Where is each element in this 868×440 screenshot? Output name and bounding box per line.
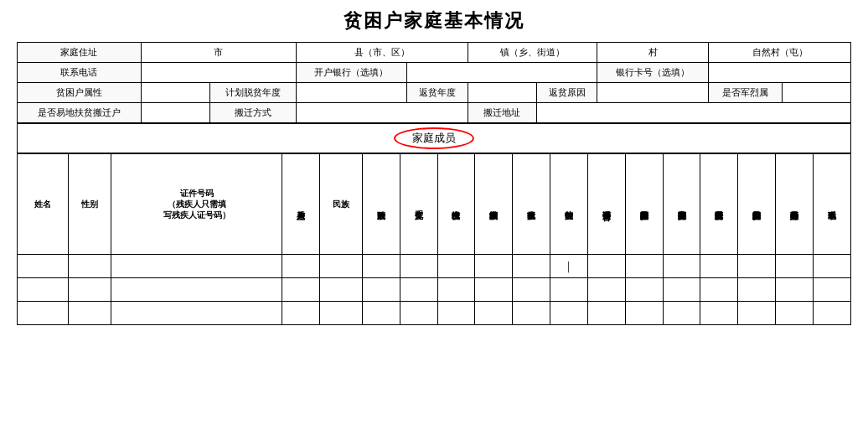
cell-politics: [362, 302, 400, 325]
address-county: 县（市、区）: [296, 43, 468, 63]
bank-label: 开户银行（选填）: [296, 63, 407, 83]
col-labor: 劳动技能: [550, 154, 588, 255]
address-natural-village: 自然村（屯）: [709, 43, 851, 63]
return-reason-value: [597, 83, 709, 103]
cell-health: [513, 255, 550, 278]
col-id: 证件号码（残疾人只需填写残疾人证号码）: [111, 154, 282, 255]
cell-relation: [282, 302, 320, 325]
cell-urban_pension: [738, 255, 776, 278]
cell-accident: [776, 302, 814, 325]
cell-dropout: [475, 278, 513, 302]
cell-school: [437, 278, 475, 302]
cell-urban_med: [625, 255, 663, 278]
cell-subsistence: [700, 255, 738, 278]
col-gender: 性别: [69, 154, 111, 255]
cell-id_number: [111, 278, 282, 302]
cell-education: [400, 302, 437, 325]
cell-name: [18, 278, 69, 302]
cell-urban_med: [625, 278, 663, 302]
return-year-label: 返贫年度: [407, 83, 468, 103]
return-year-value: [468, 83, 536, 103]
cell-id_number: [111, 302, 282, 325]
cell-gender: [69, 302, 111, 325]
col-commercial-med: 是否参加商业补充医疗保险: [663, 154, 700, 255]
cell-education: [400, 255, 437, 278]
cell-relation: [282, 278, 320, 302]
relocation-method-value: [296, 103, 468, 123]
contact-row: 联系电话 开户银行（选填） 银行卡号（选填）: [18, 63, 851, 83]
cell-phone: [813, 255, 850, 278]
cell-school: [437, 255, 475, 278]
plan-year-label: 计划脱贫年度: [209, 83, 296, 103]
relocation-value: [141, 103, 209, 123]
cell-phone: [813, 278, 850, 302]
poverty-attr-label: 贫困户属性: [18, 83, 142, 103]
members-section-header: 家庭成员: [18, 124, 851, 153]
cell-phone: [813, 302, 850, 325]
cell-health: [513, 278, 550, 302]
contact-label: 联系电话: [18, 63, 142, 83]
table-row: [18, 278, 851, 302]
address-village: 村: [597, 43, 709, 63]
return-reason-label: 返贫原因: [536, 83, 597, 103]
cell-subsistence: [700, 302, 738, 325]
table-row: [18, 302, 851, 325]
cell-relation: [282, 255, 320, 278]
members-column-headers: 姓名 性别 证件号码（残疾人只需填写残疾人证号码） 与户主关系 民族 政治面貌 …: [18, 154, 851, 255]
col-urban-med: 是否参加城乡居民基本医疗保险: [625, 154, 663, 255]
contact-value: [141, 63, 296, 83]
col-politics: 政治面貌: [362, 154, 400, 255]
col-phone: 联系电话: [813, 154, 850, 255]
cell-politics: [362, 255, 400, 278]
cell-subsistence: [700, 278, 738, 302]
members-header-table: 家庭成员: [17, 123, 851, 153]
cell-school: [437, 302, 475, 325]
relocation-addr-value: [536, 103, 850, 123]
col-relation: 与户主关系: [282, 154, 320, 255]
col-mandarin: 是否会讲普通话: [587, 154, 625, 255]
col-dropout: 失学或辍学原因: [475, 154, 513, 255]
cell-ethnicity: [319, 255, 362, 278]
col-health: 健康状况: [513, 154, 550, 255]
cell-health: [513, 302, 550, 325]
relocation-method-label: 搬迁方式: [209, 103, 296, 123]
col-name: 姓名: [18, 154, 69, 255]
cell-ethnicity: [319, 302, 362, 325]
cell-mandarin: [587, 255, 625, 278]
address-label: 家庭住址: [18, 43, 142, 63]
info-table: 家庭住址 市 县（市、区） 镇（乡、街道） 村 自然村（屯） 联系电话 开户银行…: [17, 42, 851, 123]
address-row: 家庭住址 市 县（市、区） 镇（乡、街道） 村 自然村（屯）: [18, 43, 851, 63]
cell-commercial_med: [663, 278, 700, 302]
address-town: 镇（乡、街道）: [468, 43, 597, 63]
cell-labor: │: [550, 255, 588, 278]
military-value: [782, 83, 850, 103]
col-ethnicity: 民族: [319, 154, 362, 255]
cell-education: [400, 278, 437, 302]
cell-labor: [550, 278, 588, 302]
card-label: 银行卡号（选填）: [597, 63, 709, 83]
members-circle-label: 家庭成员: [394, 127, 474, 149]
members-table: 姓名 性别 证件号码（残疾人只需填写残疾人证号码） 与户主关系 民族 政治面貌 …: [17, 153, 851, 325]
col-education: 文化程度: [400, 154, 437, 255]
col-school: 在校生情况: [437, 154, 475, 255]
col-urban-pension: 是否参加城乡居民本养老保险: [738, 154, 776, 255]
cell-name: [18, 302, 69, 325]
cell-commercial_med: [663, 255, 700, 278]
relocation-row: 是否易地扶贫搬迁户 搬迁方式 搬迁地址: [18, 103, 851, 123]
col-subsistence: 是否享受农村居民最低生活保障: [700, 154, 738, 255]
cell-mandarin: [587, 302, 625, 325]
cell-gender: [69, 278, 111, 302]
table-row: │: [18, 255, 851, 278]
cell-urban_pension: [738, 278, 776, 302]
address-city: 市: [141, 43, 296, 63]
relocation-label: 是否易地扶贫搬迁户: [18, 103, 142, 123]
poverty-row: 贫困户属性 计划脱贫年度 返贫年度 返贫原因 是否军烈属: [18, 83, 851, 103]
military-label: 是否军烈属: [709, 83, 783, 103]
cell-politics: [362, 278, 400, 302]
cell-accident: [776, 278, 814, 302]
cell-labor: [550, 302, 588, 325]
card-value: [709, 63, 851, 83]
cell-id_number: [111, 255, 282, 278]
cell-urban_med: [625, 302, 663, 325]
page-title: 贫困户家庭基本情况: [17, 8, 851, 34]
